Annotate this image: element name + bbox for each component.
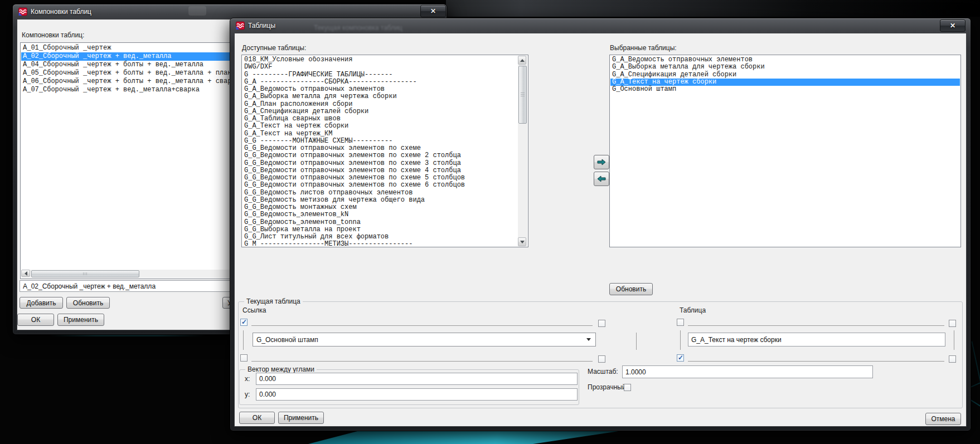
table-corner-checkbox-tl[interactable]	[677, 319, 684, 326]
apply-button[interactable]: Применить	[57, 314, 104, 326]
list-item[interactable]: G_G_Ведомости отправочных элементов по с…	[242, 167, 518, 174]
vertical-scrollbar[interactable]	[518, 56, 527, 246]
titlebar-ghost-text: Текущая компоновка таблиц	[314, 24, 402, 32]
transparent-label: Прозрачный	[588, 383, 626, 391]
table-corner-checkbox-br[interactable]	[949, 355, 956, 363]
scale-input[interactable]	[622, 365, 873, 378]
list-item[interactable]: G_A_Ведомость отправочных элементов	[610, 56, 960, 64]
list-item[interactable]: G_G_Ведомости отправочных элементов по с…	[242, 174, 518, 182]
table-left-line	[680, 330, 681, 350]
move-left-icon	[596, 175, 607, 183]
table-name-input[interactable]	[688, 333, 945, 347]
list-item[interactable]: G_G --------МОНТАЖНЫЕ СХЕМЫ----------	[242, 138, 518, 145]
combo-dropdown-arrow-icon	[586, 338, 591, 343]
layouts-list-label: Компоновки таблиц:	[22, 31, 84, 39]
y-label: y:	[245, 391, 250, 398]
list-item[interactable]: G_G_Ведомости отправочных элементов по с…	[242, 160, 518, 167]
list-item[interactable]: G_G_Ведомость монтажных схем	[242, 204, 518, 211]
list-item[interactable]: G ---------ГРАФИЧЕСКИЕ ТАБЛИЦЫ-------	[242, 71, 518, 79]
table-corner-checkbox-tr[interactable]	[949, 320, 956, 327]
list-item[interactable]: G_G_Ведомость метизов для чертежа общего…	[242, 197, 518, 204]
list-item[interactable]: G_A_Ведомость отправочных элементов	[242, 86, 518, 93]
apply-button[interactable]: Применить	[278, 412, 324, 424]
chosen-tables-listbox: G_A_Ведомость отправочных элементовG_A_В…	[609, 55, 961, 247]
dialog2-title: Таблицы	[248, 22, 275, 30]
list-item[interactable]: G_A_Текст на чертеж сборки	[242, 123, 518, 130]
table-top-line	[688, 325, 944, 326]
list-item[interactable]: G_G_Ведомости отправочных элементов по с…	[242, 145, 518, 152]
scrollbar-thumb[interactable]	[518, 66, 527, 124]
link-corner-checkbox-bl[interactable]	[240, 354, 248, 362]
corner-vector-group-label: Вектор между углами	[245, 365, 317, 373]
cancel-button[interactable]: Отмена	[925, 413, 961, 425]
link-combo-value: G_Основной штамп	[256, 336, 318, 344]
list-item[interactable]: G_A_Спецификация деталей сборки	[242, 108, 518, 115]
link-corner-checkbox-br[interactable]	[598, 355, 605, 363]
link-table-combobox[interactable]: G_Основной штамп	[253, 333, 596, 347]
list-item[interactable]: G_G_Ведомость_элементов_tonna	[242, 219, 518, 226]
desktop: Компоновки таблиц Компоновки таблиц: А_0…	[0, 0, 980, 444]
app-icon	[236, 21, 245, 30]
list-item[interactable]: G_A_Выборка металла для чертежа сборки	[242, 93, 518, 100]
add-button[interactable]: Добавить	[20, 297, 63, 309]
list-item[interactable]: G_A_План расположения сбори	[242, 101, 518, 108]
list-item[interactable]: 018_КМ_Условные обозначения	[242, 56, 518, 64]
refresh-button[interactable]: Обновить	[609, 283, 653, 295]
scale-label: Масштаб:	[588, 368, 618, 375]
link-top-line	[251, 325, 593, 326]
list-item[interactable]: G_G_Ведомость_элементов_kN	[242, 211, 518, 218]
close-icon[interactable]	[420, 5, 446, 17]
scroll-up-icon[interactable]	[518, 56, 526, 65]
move-right-icon	[596, 158, 607, 166]
list-item[interactable]: G_G_Ведомости отправочных элементов по с…	[242, 182, 518, 189]
link-section-label: Ссылка	[242, 306, 266, 314]
table-corner-checkbox-bl[interactable]	[677, 354, 684, 362]
table-section-label: Таблица	[680, 306, 706, 314]
list-item[interactable]: G_A_Спецификация деталей сборки	[610, 71, 960, 79]
ok-button[interactable]: ОК	[239, 412, 275, 424]
transparent-checkbox[interactable]	[624, 384, 631, 391]
list-item[interactable]: G_G_Лист титульный для всех форматов	[242, 233, 518, 241]
list-item[interactable]: G_A_Текст на чертеж сборки	[610, 79, 960, 86]
list-item[interactable]: G_G_Выборка металла на проект	[242, 226, 518, 233]
ok-button[interactable]: ОК	[17, 314, 54, 326]
list-item[interactable]: G_A_Выборка металла для чертежа сборки	[610, 64, 960, 71]
list-item[interactable]: G_A_Таблица сварных швов	[242, 115, 518, 123]
table-bottom-line	[688, 361, 944, 362]
move-right-button[interactable]	[594, 155, 609, 169]
current-table-group-label: Текущая таблица	[244, 297, 303, 305]
y-input[interactable]	[256, 388, 578, 401]
table-right-line	[954, 330, 954, 350]
available-tables-listbox: 018_КМ_Условные обозначенияDWG/DXFG ----…	[241, 55, 528, 247]
link-bottom-line	[251, 361, 593, 362]
link-corner-checkbox-tr[interactable]	[598, 320, 605, 327]
update-button[interactable]: Обновить	[66, 297, 110, 309]
scroll-left-icon[interactable]	[21, 270, 30, 277]
move-left-button[interactable]	[594, 172, 609, 186]
app-icon	[18, 7, 27, 16]
link-left-line	[243, 330, 244, 350]
x-label: x:	[245, 375, 250, 383]
section-divider-line	[636, 333, 637, 350]
chosen-tables-label: Выбранные таблицы:	[610, 44, 677, 52]
close-icon[interactable]	[940, 19, 966, 32]
list-item[interactable]: G_A ----------------СБОРКА--------------…	[242, 79, 518, 86]
list-item[interactable]: G_M ----------------МЕТИЗЫ--------------…	[242, 241, 518, 246]
cad-backdrop-glow	[49, 335, 205, 336]
background-window-strip	[446, 0, 980, 17]
list-item[interactable]: DWG/DXF	[242, 64, 518, 71]
list-item[interactable]: G_G_Ведомость листов отправочных элемент…	[242, 189, 518, 197]
scroll-down-icon[interactable]	[518, 237, 526, 246]
titlebar-glass-highlight	[188, 6, 206, 16]
dialog-tables: Таблицы Текущая компоновка таблиц Доступ…	[230, 18, 971, 431]
link-corner-checkbox-tl[interactable]	[240, 319, 248, 326]
x-input[interactable]	[256, 373, 578, 385]
list-item[interactable]: G_Основной штамп	[610, 86, 960, 93]
dialog1-title: Компоновки таблиц	[31, 8, 91, 16]
dialog1-titlebar[interactable]: Компоновки таблиц	[13, 4, 447, 19]
available-tables-label: Доступные таблицы:	[242, 44, 306, 52]
scrollbar-thumb[interactable]	[31, 270, 139, 277]
list-item[interactable]: G_G_Ведомости отправочных элементов по с…	[242, 152, 518, 159]
list-item[interactable]: G_A_Текст на чертеж_КМ	[242, 130, 518, 138]
